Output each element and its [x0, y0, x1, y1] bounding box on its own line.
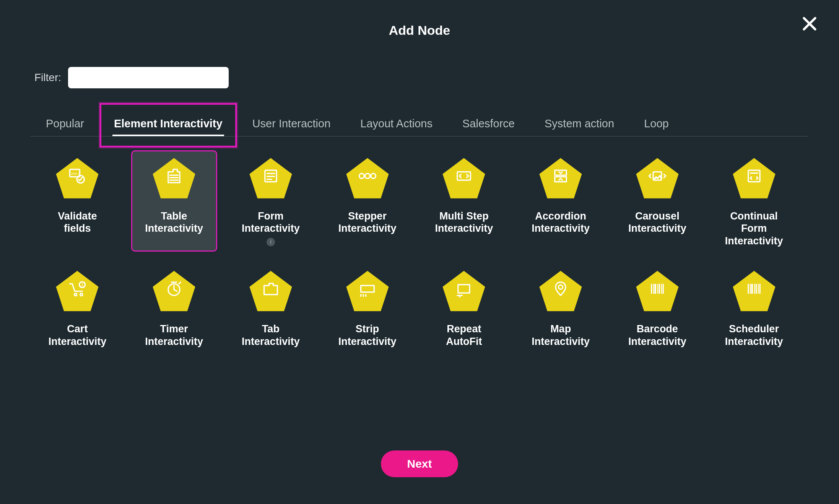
close-icon — [801, 15, 818, 32]
node-scheduler-interactivity[interactable]: Scheduler Interactivity — [711, 263, 797, 352]
map-icon — [551, 279, 571, 299]
multi-step-icon — [454, 166, 474, 186]
continual-form-icon — [744, 166, 764, 186]
svg-rect-43 — [361, 286, 374, 292]
pentagon-icon — [442, 270, 486, 312]
node-carousel-interactivity[interactable]: Carousel Interactivity — [615, 150, 701, 252]
info-icon[interactable]: i — [267, 238, 275, 246]
pentagon-icon — [442, 157, 486, 199]
pentagon-icon: 2 — [55, 270, 99, 312]
pentagon-icon — [732, 270, 776, 312]
node-table-interactivity[interactable]: Table Interactivity — [131, 150, 217, 252]
pentagon-icon — [249, 270, 293, 312]
tab-loop[interactable]: Loop — [640, 113, 673, 136]
node-barcode-interactivity[interactable]: Barcode Interactivity — [615, 263, 701, 352]
svg-rect-28 — [748, 170, 759, 182]
pentagon-icon — [538, 270, 583, 312]
tab-salesforce[interactable]: Salesforce — [459, 113, 519, 136]
validate-icon: Joe I — [67, 166, 87, 186]
node-label: Multi Step Interactivity — [435, 210, 493, 235]
tab-icon — [261, 279, 281, 299]
pentagon-icon — [249, 157, 293, 199]
svg-point-51 — [559, 285, 563, 289]
table-icon — [164, 166, 184, 186]
node-validate-fields[interactable]: Joe IValidate fields — [34, 150, 120, 252]
barcode-icon — [647, 279, 667, 299]
svg-rect-47 — [458, 285, 470, 293]
svg-point-16 — [371, 174, 376, 179]
node-cart-interactivity[interactable]: 2Cart Interactivity — [34, 263, 120, 352]
close-button[interactable] — [801, 15, 818, 32]
filter-input[interactable] — [68, 67, 229, 88]
filter-label: Filter: — [34, 72, 61, 84]
node-tab-interactivity[interactable]: Tab Interactivity — [228, 263, 314, 352]
svg-point-15 — [365, 174, 370, 179]
dialog-title: Add Node — [31, 23, 808, 38]
node-label: Scheduler Interactivity — [725, 323, 783, 348]
node-stepper-interactivity[interactable]: Stepper Interactivity — [324, 150, 410, 252]
filter-row: Filter: — [34, 67, 808, 88]
svg-line-38 — [174, 290, 177, 291]
pentagon-icon — [732, 157, 776, 199]
node-repeat-autofit[interactable]: Repeat AutoFit — [421, 263, 507, 352]
svg-line-40 — [179, 282, 180, 284]
tab-layout-actions[interactable]: Layout Actions — [356, 113, 436, 136]
pentagon-icon — [345, 270, 390, 312]
node-label: Cart Interactivity — [49, 323, 107, 348]
node-label: Accordion Interactivity — [532, 210, 590, 235]
add-node-dialog: Add Node Filter: PopularElement Interact… — [0, 0, 839, 504]
node-label: Stepper Interactivity — [338, 210, 397, 235]
stepper-icon — [358, 166, 377, 186]
strip-icon — [358, 279, 377, 299]
tabs-bar: PopularElement InteractivityUser Interac… — [31, 113, 808, 137]
svg-point-14 — [359, 174, 364, 179]
carousel-icon — [647, 166, 667, 186]
node-label: Map Interactivity — [532, 323, 590, 348]
timer-icon — [164, 279, 184, 299]
pentagon-icon — [152, 157, 196, 199]
pentagon-icon — [635, 270, 680, 312]
node-label: Strip Interactivity — [338, 323, 397, 348]
svg-text:2: 2 — [81, 283, 83, 287]
pentagon-icon — [538, 157, 583, 199]
cart-icon: 2 — [67, 279, 87, 299]
pentagon-icon — [635, 157, 680, 199]
node-multi-step-interactivity[interactable]: Multi Step Interactivity — [421, 150, 507, 252]
next-button[interactable]: Next — [381, 450, 458, 477]
node-accordion-interactivity[interactable]: Accordion Interactivity — [518, 150, 604, 252]
node-strip-interactivity[interactable]: Strip Interactivity — [324, 263, 410, 352]
node-label: Table Interactivity — [145, 210, 203, 235]
node-map-interactivity[interactable]: Map Interactivity — [518, 263, 604, 352]
dialog-footer: Next — [0, 450, 839, 477]
node-grid: Joe IValidate fieldsTable InteractivityF… — [34, 150, 797, 352]
pentagon-icon — [345, 157, 390, 199]
node-label: Barcode Interactivity — [628, 323, 686, 348]
form-icon — [261, 166, 281, 186]
node-label: Carousel Interactivity — [628, 210, 686, 235]
node-timer-interactivity[interactable]: Timer Interactivity — [131, 263, 217, 352]
tab-system-action[interactable]: System action — [541, 113, 618, 136]
node-label: Continual Form Interactivity — [725, 210, 783, 247]
tab-popular[interactable]: Popular — [42, 113, 88, 136]
scheduler-icon — [744, 279, 764, 299]
node-form-interactivity[interactable]: Form Interactivityi — [228, 150, 314, 252]
svg-point-31 — [75, 293, 77, 296]
tab-user-interaction[interactable]: User Interaction — [249, 113, 335, 136]
node-label: Validate fields — [58, 210, 97, 235]
svg-point-32 — [80, 293, 83, 296]
node-label: Repeat AutoFit — [446, 323, 482, 348]
pentagon-icon: Joe I — [55, 157, 99, 199]
node-label: Form Interactivity — [242, 210, 300, 235]
node-grid-scroll[interactable]: Joe IValidate fieldsTable InteractivityF… — [31, 150, 808, 387]
node-continual-form-interactivity[interactable]: Continual Form Interactivity — [711, 150, 797, 252]
repeat-icon — [454, 279, 474, 299]
node-label: Timer Interactivity — [145, 323, 203, 348]
accordion-icon — [551, 166, 571, 186]
svg-text:Joe I: Joe I — [71, 171, 79, 176]
pentagon-icon — [152, 270, 196, 312]
node-label: Tab Interactivity — [242, 323, 300, 348]
tab-element-interactivity[interactable]: Element Interactivity — [110, 113, 226, 136]
